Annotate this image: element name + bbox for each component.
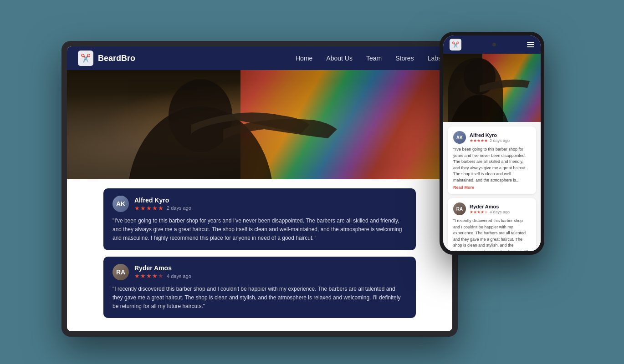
review-text-1: "I've been going to this barber shop for… (113, 217, 407, 243)
phone-device: ✂️ (440, 32, 544, 255)
phone-barber-silhouette (443, 54, 541, 122)
read-more-1[interactable]: Read More (453, 185, 531, 190)
review-time-2: 4 days ago (167, 273, 191, 279)
tablet-navbar: ✂️ BeardBro Home About Us Team Stores La… (67, 46, 452, 70)
review-card-1: AK Alfred Kyro ★★★★★ 2 days ago "I've be… (103, 188, 416, 250)
phone-stars-2: ★★★★★ (470, 210, 488, 214)
nav-about[interactable]: About Us (326, 55, 353, 62)
phone-review-header-1: AK Alfred Kyro ★★★★★ 2 days ago (453, 131, 531, 144)
hamburger-line-2 (527, 44, 534, 45)
brand-icon: ✂️ (78, 51, 93, 66)
barber-silhouette (67, 70, 452, 179)
stars-2: ★★★★★ (134, 273, 164, 279)
phone-review-card-2: RA Ryder Amos ★★★★★ 4 days ago "I recent… (448, 198, 536, 251)
phone-reviewer-info-2: Ryder Amos ★★★★★ 4 days ago (470, 204, 510, 214)
reviewer-info-2: Ryder Amos ★★★★★ 4 days ago (134, 264, 191, 279)
phone-review-time-2: 4 days ago (490, 210, 510, 214)
review-header-2: RA Ryder Amos ★★★★★ 4 days ago (113, 264, 407, 280)
tablet-reviews-section: AK Alfred Kyro ★★★★★ 2 days ago "I've be… (67, 179, 452, 331)
avatar-ryder: RA (113, 264, 129, 280)
reviewer-info-1: Alfred Kyro ★★★★★ 2 days ago (134, 197, 191, 212)
review-time-1: 2 days ago (167, 205, 191, 211)
phone-review-card-1: AK Alfred Kyro ★★★★★ 2 days ago "I've be… (448, 126, 536, 194)
avatar-alfred: AK (113, 196, 129, 212)
svg-point-2 (448, 95, 511, 122)
stars-1: ★★★★★ (134, 205, 164, 212)
review-header-1: AK Alfred Kyro ★★★★★ 2 days ago (113, 196, 407, 212)
tablet-hero-image (67, 70, 452, 179)
phone-reviewer-name-2: Ryder Amos (470, 204, 510, 209)
phone-review-time-1: 2 days ago (490, 138, 510, 143)
reviewer-meta-2: ★★★★★ 4 days ago (134, 273, 191, 279)
phone-stars-1: ★★★★★ (470, 138, 488, 143)
tablet-device: ✂️ BeardBro Home About Us Team Stores La… (61, 41, 458, 337)
brand-logo: ✂️ BeardBro (78, 51, 135, 66)
hamburger-line-3 (527, 46, 534, 47)
phone-avatar-ryder: RA (453, 202, 466, 215)
phone-review-text-2: "I recently discovered this barber shop … (453, 218, 531, 251)
hamburger-line-1 (527, 42, 534, 43)
reviewer-meta-1: ★★★★★ 2 days ago (134, 205, 191, 212)
phone-reviews-section: AK Alfred Kyro ★★★★★ 2 days ago "I've be… (443, 122, 541, 251)
phone-reviewer-meta-2: ★★★★★ 4 days ago (470, 210, 510, 214)
scene: ✂️ BeardBro Home About Us Team Stores La… (39, 18, 585, 346)
phone-reviewer-meta-1: ★★★★★ 2 days ago (470, 138, 510, 143)
nav-team[interactable]: Team (366, 55, 382, 62)
phone-review-header-2: RA Ryder Amos ★★★★★ 4 days ago (453, 202, 531, 215)
phone-avatar-alfred: AK (453, 131, 466, 144)
phone-review-text-1: "I've been going to this barber shop for… (453, 147, 531, 183)
phone-reviewer-name-1: Alfred Kyro (470, 132, 510, 138)
brand-name: BeardBro (98, 54, 135, 63)
phone-brand-icon: ✂️ (450, 39, 461, 51)
hero-scene (67, 70, 452, 179)
tablet-screen: ✂️ BeardBro Home About Us Team Stores La… (67, 46, 452, 331)
nav-home[interactable]: Home (296, 55, 312, 62)
phone-navbar: ✂️ (443, 35, 541, 54)
reviewer-name-1: Alfred Kyro (134, 197, 191, 204)
phone-hero-image (443, 54, 541, 122)
phone-reviewer-info-1: Alfred Kyro ★★★★★ 2 days ago (470, 132, 510, 143)
reviewer-name-2: Ryder Amos (134, 264, 191, 272)
review-text-2: "I recently discovered this barber shop … (113, 285, 407, 311)
phone-camera (492, 43, 496, 46)
review-card-2: RA Ryder Amos ★★★★★ 4 days ago "I recent… (103, 257, 416, 318)
nav-stores[interactable]: Stores (395, 55, 414, 62)
hamburger-menu[interactable] (527, 42, 534, 47)
phone-screen: ✂️ (443, 35, 541, 251)
phone-hero-scene (443, 54, 541, 122)
nav-links: Home About Us Team Stores Labs (296, 54, 441, 62)
